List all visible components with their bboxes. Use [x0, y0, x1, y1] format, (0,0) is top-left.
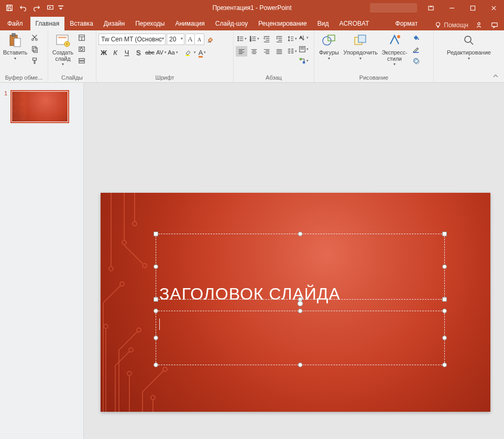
tell-me-input[interactable]: Помощн: [434, 21, 468, 29]
editing-button[interactable]: Редактирование ▾: [443, 31, 495, 62]
minimize-button[interactable]: [441, 0, 462, 16]
tab-review[interactable]: Рецензирование: [253, 17, 312, 30]
justify-button[interactable]: [273, 46, 285, 57]
slide-canvas[interactable]: ЗАГОЛОВОК СЛАЙДА: [101, 193, 490, 412]
slide-thumbnails-pane[interactable]: 1: [0, 83, 84, 439]
redo-button[interactable]: [30, 2, 43, 14]
ribbon-display-options-button[interactable]: [420, 0, 441, 16]
valign-icon: [299, 46, 306, 53]
undo-button[interactable]: [17, 2, 29, 14]
line-spacing-button[interactable]: ▾: [286, 34, 298, 44]
resize-handle-nw[interactable]: [154, 232, 158, 236]
qat-customize-button[interactable]: [58, 2, 64, 14]
bold-button[interactable]: Ж: [98, 47, 109, 58]
reset-button[interactable]: [76, 44, 87, 54]
highlighter-icon: [184, 48, 193, 57]
italic-button[interactable]: К: [110, 47, 120, 58]
tab-design[interactable]: Дизайн: [98, 17, 130, 30]
bullets-button[interactable]: ▾: [236, 34, 247, 44]
save-button[interactable]: [3, 2, 16, 14]
arrange-button[interactable]: Упорядочить ▾: [342, 31, 379, 62]
shape-effects-button[interactable]: [411, 56, 421, 66]
resize-handle-ne[interactable]: [442, 309, 447, 313]
resize-handle-sw[interactable]: [154, 297, 158, 302]
account-area[interactable]: [370, 3, 417, 13]
shape-fill-button[interactable]: [411, 32, 421, 43]
increase-indent-button[interactable]: [273, 34, 285, 44]
collapse-ribbon-button[interactable]: [492, 73, 501, 81]
columns-button[interactable]: ▾: [286, 46, 298, 57]
font-size-combo[interactable]: 20▾: [167, 34, 184, 45]
tab-insert[interactable]: Вставка: [64, 17, 98, 30]
paste-button[interactable]: Вставить ▾: [2, 31, 28, 62]
resize-handle-n[interactable]: [298, 232, 303, 236]
chevron-down-icon: ▾: [162, 36, 164, 41]
text-shadow-button[interactable]: S: [133, 47, 144, 58]
resize-handle-e[interactable]: [442, 265, 447, 269]
copy-button[interactable]: [29, 44, 40, 54]
smartart-button[interactable]: ▾: [298, 56, 309, 66]
align-text-button[interactable]: ▾: [298, 44, 309, 54]
format-painter-button[interactable]: [29, 56, 40, 66]
grow-font-button[interactable]: A: [185, 34, 195, 45]
align-left-button[interactable]: [236, 46, 247, 57]
tab-slideshow[interactable]: Слайд-шоу: [210, 17, 253, 30]
resize-handle-n[interactable]: [298, 309, 303, 313]
close-button[interactable]: [483, 0, 504, 16]
grow-font-icon: A: [188, 35, 192, 43]
align-center-button[interactable]: [248, 46, 260, 57]
thumbnail-preview[interactable]: [10, 90, 69, 123]
resize-handle-w[interactable]: [154, 336, 158, 341]
title-placeholder-box[interactable]: [156, 234, 445, 300]
strikethrough-button[interactable]: abc: [145, 47, 155, 58]
resize-handle-se[interactable]: [442, 297, 447, 302]
section-button[interactable]: [76, 56, 87, 66]
comments-button[interactable]: [489, 20, 500, 30]
font-color-button[interactable]: A▾: [197, 47, 207, 58]
cut-button[interactable]: [29, 32, 40, 43]
underline-button[interactable]: Ч: [122, 47, 132, 58]
font-name-combo[interactable]: Tw Cen MT (Основнс▾: [98, 34, 166, 45]
numbering-button[interactable]: 123▾: [248, 34, 260, 44]
start-from-beginning-button[interactable]: [44, 2, 57, 14]
resize-handle-w[interactable]: [154, 265, 158, 269]
arrange-label: Упорядочить: [343, 49, 377, 56]
svg-rect-15: [34, 48, 37, 52]
bold-label: Ж: [101, 49, 107, 57]
resize-handle-nw[interactable]: [154, 309, 158, 313]
resize-handle-ne[interactable]: [442, 232, 447, 236]
shape-outline-button[interactable]: [411, 44, 421, 54]
paintbrush-icon: [31, 57, 38, 64]
tab-view[interactable]: Вид: [312, 17, 334, 30]
slide-edit-area[interactable]: ЗАГОЛОВОК СЛАЙДА: [84, 83, 504, 439]
new-slide-button[interactable]: Создать слайд ▾: [50, 31, 75, 68]
change-case-button[interactable]: Aa▾: [168, 47, 178, 58]
rotate-handle[interactable]: [298, 301, 303, 306]
tab-home[interactable]: Главная: [30, 17, 65, 30]
maximize-button[interactable]: [462, 0, 483, 16]
text-direction-button[interactable]: A▾: [298, 32, 309, 43]
decrease-indent-button[interactable]: [261, 34, 272, 44]
tab-animations[interactable]: Анимация: [170, 17, 210, 30]
quick-styles-button[interactable]: Экспресс-стили ▾: [379, 31, 410, 68]
layout-button[interactable]: [76, 32, 87, 43]
align-right-button[interactable]: [261, 46, 272, 57]
resize-handle-e[interactable]: [442, 336, 447, 341]
svg-point-27: [237, 40, 238, 41]
resize-handle-s[interactable]: [298, 363, 303, 367]
subtitle-placeholder-box[interactable]: [156, 311, 445, 365]
thumbnail-slide-1[interactable]: 1: [4, 90, 78, 123]
clear-formatting-button[interactable]: [205, 34, 216, 45]
shapes-button[interactable]: Фигуры ▾: [316, 31, 342, 62]
char-spacing-button[interactable]: AV▾: [156, 47, 167, 58]
tab-format[interactable]: Формат: [390, 17, 423, 30]
tab-transitions[interactable]: Переходы: [130, 17, 170, 30]
share-button[interactable]: [474, 20, 484, 30]
resize-handle-sw[interactable]: [154, 363, 158, 367]
shrink-font-button[interactable]: A: [195, 34, 204, 45]
highlight-button[interactable]: ▾: [184, 47, 196, 58]
resize-handle-se[interactable]: [442, 363, 447, 367]
tab-file[interactable]: Файл: [0, 17, 30, 30]
tab-acrobat[interactable]: ACROBAT: [334, 17, 374, 30]
svg-point-60: [163, 367, 167, 371]
